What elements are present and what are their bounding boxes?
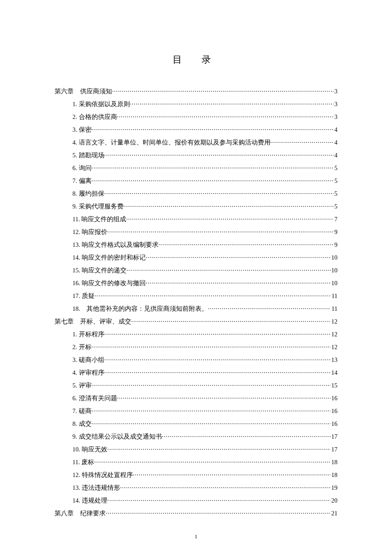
- toc-label: 14. 违规处理: [72, 497, 107, 504]
- toc-row: 12. 响应报价9: [55, 229, 337, 235]
- toc-label: 16. 响应文件的修改与撤回: [72, 280, 146, 286]
- toc-row: 第八章 纪律要求21: [55, 510, 337, 517]
- toc-label: 4. 语言文字、计量单位、时间单位、报价有效期以及参与采购活动费用: [72, 139, 271, 146]
- toc-row: 14. 违规处理20: [55, 497, 337, 504]
- toc-label: 2. 合格的供应商: [72, 114, 117, 120]
- toc-row: 12. 特殊情况处置程序18: [55, 472, 337, 478]
- toc-row: 15. 响应文件的递交10: [55, 267, 337, 274]
- toc-row: 8. 成交16: [55, 421, 337, 427]
- toc-label: 3. 保密: [72, 127, 92, 133]
- toc-page: 16: [331, 421, 338, 427]
- toc-label: 15. 响应文件的递交: [72, 267, 127, 274]
- toc-leader: [104, 370, 331, 376]
- toc-leader: [146, 254, 331, 261]
- toc-row: 8. 履约担保5: [55, 191, 337, 197]
- toc-leader: [92, 421, 331, 427]
- toc-label: 5. 踏勘现场: [72, 152, 104, 159]
- toc-row: 16. 响应文件的修改与撤回10: [55, 280, 337, 286]
- toc-leader: [92, 382, 331, 389]
- toc-leader: [106, 510, 331, 517]
- toc-label: 1. 开标程序: [72, 331, 104, 338]
- toc-page: 5: [334, 203, 337, 210]
- toc-page: 7: [334, 216, 337, 223]
- toc-page: 11: [331, 293, 337, 299]
- toc-leader: [146, 280, 331, 286]
- toc-label: 8. 成交: [72, 421, 92, 427]
- toc-leader: [92, 178, 334, 184]
- toc-row: 17. 质疑11: [55, 293, 337, 299]
- toc-page: 12: [331, 344, 338, 350]
- toc-page: 12: [331, 331, 338, 338]
- document-page: 目 录 第六章 供应商须知31. 采购依据以及原则32. 合格的供应商33. 保…: [0, 0, 392, 555]
- toc-leader: [104, 357, 331, 363]
- toc-page: 4: [334, 152, 337, 159]
- toc-row: 5. 踏勘现场4: [55, 152, 337, 159]
- toc-leader: [92, 344, 331, 350]
- toc-page: 4: [334, 139, 337, 146]
- toc-label: 13. 违法违规情形: [72, 485, 120, 491]
- toc-leader: [92, 165, 334, 171]
- toc-leader: [112, 88, 334, 95]
- toc-page: 15: [331, 382, 338, 389]
- toc-page: 9: [334, 229, 337, 235]
- toc-leader: [271, 139, 334, 146]
- toc-page: 19: [331, 485, 338, 491]
- toc-label: 14. 响应文件的密封和标记: [72, 254, 146, 261]
- toc-label: 12. 响应报价: [72, 229, 107, 235]
- toc-leader: [162, 434, 331, 440]
- toc-leader: [107, 446, 331, 453]
- toc-page: 10: [331, 280, 338, 286]
- toc-label: 8. 履约担保: [72, 191, 104, 197]
- toc-page: 3: [334, 101, 337, 107]
- toc-label: 11. 废标: [72, 459, 94, 465]
- toc-row: 10. 响应无效17: [55, 446, 337, 453]
- toc-leader: [127, 267, 331, 274]
- toc-row: 3. 保密4: [55, 127, 337, 133]
- toc-leader: [104, 152, 334, 159]
- toc-leader: [94, 459, 330, 465]
- toc-row: 4. 评审程序14: [55, 370, 337, 376]
- toc-row: 5. 评审15: [55, 382, 337, 389]
- toc-leader: [104, 191, 334, 197]
- toc-leader: [124, 203, 334, 210]
- toc-page: 3: [334, 88, 337, 95]
- toc-row: 11. 废标18: [55, 459, 337, 465]
- toc-page: 13: [331, 357, 338, 363]
- toc-row: 9. 成交结果公示以及成交通知书17: [55, 434, 337, 440]
- toc-row: 9. 采购代理服务费5: [55, 203, 337, 210]
- toc-label: 5. 评审: [72, 382, 92, 389]
- toc-label: 2. 开标: [72, 344, 92, 350]
- toc-row: 14. 响应文件的密封和标记10: [55, 254, 337, 261]
- toc-page: 11: [331, 306, 337, 312]
- toc-page: 3: [334, 114, 337, 120]
- toc-leader: [131, 318, 331, 325]
- toc-page: 4: [334, 127, 337, 133]
- toc-label: 第七章 开标、评审、成交: [55, 318, 131, 325]
- toc-page: 5: [334, 178, 337, 184]
- toc-row: 第七章 开标、评审、成交12: [55, 318, 337, 325]
- toc-page: 14: [331, 370, 338, 376]
- toc-label: 4. 评审程序: [72, 370, 104, 376]
- toc-row: 4. 语言文字、计量单位、时间单位、报价有效期以及参与采购活动费用4: [55, 139, 337, 146]
- toc-label: 7. 偏离: [72, 178, 92, 184]
- toc-page: 16: [331, 408, 338, 414]
- toc-label: 6. 澄清有关问题: [72, 395, 117, 402]
- toc-page: 10: [331, 254, 338, 261]
- toc-row: 13. 响应文件格式以及编制要求9: [55, 242, 337, 248]
- toc-leader: [117, 395, 331, 402]
- toc-page: 9: [334, 242, 337, 248]
- toc-label: 17. 质疑: [72, 293, 95, 299]
- toc-label: 1. 采购依据以及原则: [72, 101, 130, 107]
- toc-leader: [104, 331, 331, 338]
- toc-row: 6. 询问5: [55, 165, 337, 171]
- toc-page: 17: [331, 434, 338, 440]
- toc-label: 7. 磋商: [72, 408, 92, 414]
- toc-label: 18. 其他需补充的内容：见供应商须知前附表。: [72, 306, 208, 312]
- toc-leader: [107, 497, 331, 504]
- toc-row: 7. 偏离5: [55, 178, 337, 184]
- toc-label: 第六章 供应商须知: [55, 88, 112, 95]
- toc-row: 13. 违法违规情形19: [55, 485, 337, 491]
- toc-leader: [133, 472, 331, 478]
- toc-page: 18: [331, 459, 338, 465]
- toc-title: 目 录: [55, 53, 337, 66]
